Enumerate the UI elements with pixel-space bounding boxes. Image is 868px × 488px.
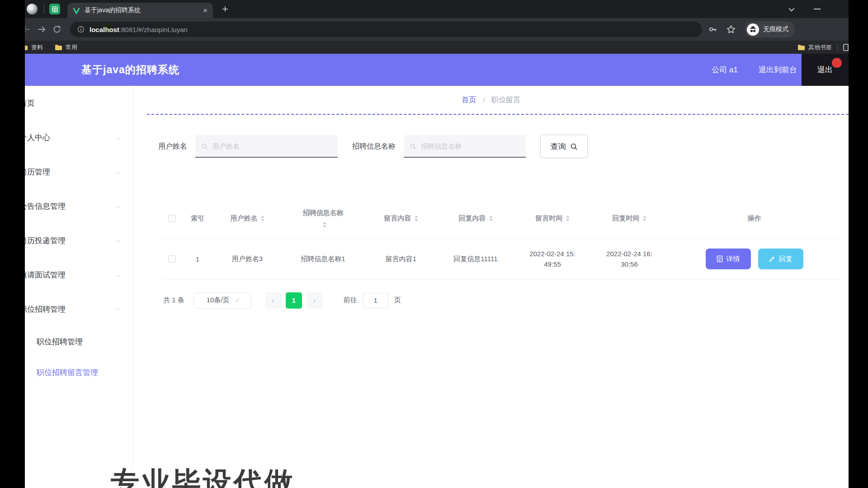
toolbar-right: 无痕模式 bbox=[708, 21, 795, 38]
sidebar-item-job-recruit[interactable]: 职位招聘管理 bbox=[25, 292, 133, 326]
sidebar-item-notice-management[interactable]: 公告信息管理 bbox=[25, 189, 133, 223]
goto-unit: 页 bbox=[394, 296, 401, 305]
forward-icon[interactable] bbox=[34, 22, 49, 37]
sort-icon[interactable] bbox=[643, 216, 646, 221]
sort-icon[interactable] bbox=[261, 216, 264, 221]
tab-title: 基于java的招聘系统 bbox=[85, 6, 198, 14]
sidebar-subitem-job-recruit-management[interactable]: 职位招聘管理 bbox=[25, 326, 133, 357]
folder-icon bbox=[797, 44, 805, 51]
cell-username: 用户姓名3 bbox=[213, 255, 281, 263]
column-header-actions: 操作 bbox=[668, 214, 841, 223]
window-chevron-icon[interactable] bbox=[789, 5, 795, 11]
cell-actions: 详情 回复 bbox=[668, 249, 841, 269]
reload-icon[interactable] bbox=[49, 22, 65, 37]
search-form: 用户姓名 招聘信息名称 查询 bbox=[158, 135, 849, 158]
column-header-message-time[interactable]: 留言时间 bbox=[514, 214, 591, 223]
document-icon bbox=[717, 255, 723, 263]
sidebar-item-home[interactable]: 首页 bbox=[25, 86, 133, 120]
bookmark-label: 资料 bbox=[31, 43, 43, 52]
reply-button[interactable]: 回复 bbox=[758, 249, 803, 269]
sidebar-item-resume-delivery[interactable]: 简历投递管理 bbox=[25, 223, 133, 258]
back-icon[interactable] bbox=[25, 22, 34, 37]
header-company[interactable]: 公司 a1 bbox=[712, 65, 738, 75]
new-tab-button[interactable]: + bbox=[222, 4, 228, 14]
other-bookmarks-label: 其他书签 bbox=[808, 43, 832, 52]
column-header-index[interactable]: 索引 bbox=[182, 214, 213, 223]
chevron-up-icon bbox=[116, 305, 119, 314]
main-content: 首页 / 职位留言 用户姓名 招聘信息名称 bbox=[133, 86, 849, 488]
incognito-icon bbox=[747, 23, 759, 36]
watermark-text: 专业毕设代做 bbox=[111, 468, 295, 488]
sidebar-subitem-job-message-management[interactable]: 职位招聘留言管理 bbox=[25, 357, 133, 388]
current-page-button[interactable]: 1 bbox=[286, 292, 302, 309]
side-panel-icon[interactable] bbox=[843, 44, 849, 51]
field-label-jobinfo: 招聘信息名称 bbox=[352, 142, 396, 151]
cell-index: 1 bbox=[182, 255, 213, 263]
header-right: 公司 a1 退出到前台 退出 bbox=[712, 54, 849, 86]
address-bar[interactable]: localhost:8081/#/zhaopinLiuyan bbox=[70, 22, 702, 37]
username-input[interactable] bbox=[195, 135, 338, 158]
sidebar: 首页 个人中心 简历管理 公告信息管理 简历投递管理 邀请面试管理 bbox=[25, 86, 133, 488]
column-header-reply-time[interactable]: 回复时间 bbox=[591, 214, 668, 223]
prev-page-button[interactable]: ‹ bbox=[265, 292, 281, 309]
jobinfo-input[interactable] bbox=[404, 135, 526, 158]
url-text[interactable]: localhost:8081/#/zhaopinLiuyan bbox=[90, 26, 188, 33]
page-body: 首页 个人中心 简历管理 公告信息管理 简历投递管理 邀请面试管理 bbox=[25, 86, 849, 488]
breadcrumb-home[interactable]: 首页 bbox=[462, 95, 476, 105]
window-minimize-button[interactable] bbox=[814, 9, 821, 9]
browser-logo-icon[interactable] bbox=[27, 4, 38, 14]
goto-label: 前往 bbox=[344, 296, 357, 305]
sort-icon[interactable] bbox=[415, 216, 418, 221]
browser-window: 基于java的招聘系统 × + localhost:8081/#/zhaopin… bbox=[25, 0, 849, 488]
bookmark-star-icon[interactable] bbox=[726, 25, 736, 34]
bookmark-item-1[interactable]: 资料 bbox=[25, 43, 43, 52]
active-tab[interactable]: 基于java的招聘系统 × bbox=[67, 3, 213, 18]
sidebar-item-interview-invite[interactable]: 邀请面试管理 bbox=[25, 258, 133, 292]
site-info-icon[interactable] bbox=[77, 26, 85, 33]
app-header: 基于java的招聘系统 公司 a1 退出到前台 退出 bbox=[25, 54, 849, 86]
breadcrumb-separator-icon: / bbox=[483, 96, 485, 104]
column-header-username[interactable]: 用户姓名 bbox=[213, 214, 281, 223]
tab-close-icon[interactable]: × bbox=[203, 7, 208, 14]
pen-icon bbox=[769, 256, 775, 263]
row-checkbox[interactable] bbox=[169, 255, 176, 263]
search-icon bbox=[410, 143, 416, 150]
chevron-down-icon bbox=[116, 236, 119, 245]
search-icon bbox=[201, 143, 208, 150]
sheets-pinned-tab-icon[interactable] bbox=[49, 4, 60, 14]
cell-reply-time: 2022-02-24 16: 30:56 bbox=[591, 249, 668, 270]
username-field-wrap bbox=[195, 135, 352, 158]
column-header-reply[interactable]: 回复内容 bbox=[437, 214, 514, 223]
folder-icon bbox=[25, 44, 28, 51]
sort-icon[interactable] bbox=[323, 222, 326, 228]
page-size-select[interactable]: 10条/页 bbox=[193, 292, 251, 309]
dashed-divider bbox=[147, 114, 849, 115]
select-all-checkbox[interactable] bbox=[169, 215, 176, 222]
key-icon[interactable] bbox=[708, 25, 717, 34]
vite-favicon bbox=[73, 7, 80, 14]
logout-button[interactable]: 退出 bbox=[802, 54, 849, 86]
cell-message-time: 2022-02-24 15: 49:55 bbox=[514, 249, 591, 270]
incognito-badge[interactable]: 无痕模式 bbox=[745, 21, 795, 38]
next-page-button[interactable]: › bbox=[307, 292, 323, 309]
message-table: 索引 用户姓名 招聘信息名称 留言内容 回复内容 bbox=[163, 205, 841, 280]
search-icon bbox=[570, 143, 578, 150]
goto-page-input[interactable] bbox=[363, 293, 388, 308]
notification-dot bbox=[832, 58, 842, 68]
sort-icon[interactable] bbox=[489, 216, 493, 221]
sort-icon[interactable] bbox=[566, 216, 570, 221]
cell-message: 留言内容1 bbox=[365, 255, 437, 263]
browser-tab-strip: 基于java的招聘系统 × + bbox=[25, 0, 849, 18]
column-header-message[interactable]: 留言内容 bbox=[365, 214, 437, 223]
bookmarks-separator bbox=[837, 44, 838, 51]
exit-to-front-button[interactable]: 退出到前台 bbox=[759, 65, 797, 75]
sidebar-item-resume-management[interactable]: 简历管理 bbox=[25, 155, 133, 189]
app-title: 基于java的招聘系统 bbox=[81, 63, 179, 77]
bookmarks-right: 其他书签 bbox=[797, 43, 849, 52]
other-bookmarks[interactable]: 其他书签 bbox=[797, 43, 832, 52]
search-button[interactable]: 查询 bbox=[540, 135, 588, 158]
column-header-jobtitle[interactable]: 招聘信息名称 bbox=[281, 209, 365, 228]
detail-button[interactable]: 详情 bbox=[706, 249, 751, 269]
sidebar-item-personal-center[interactable]: 个人中心 bbox=[25, 120, 133, 155]
bookmark-item-2[interactable]: 常用 bbox=[55, 43, 77, 52]
